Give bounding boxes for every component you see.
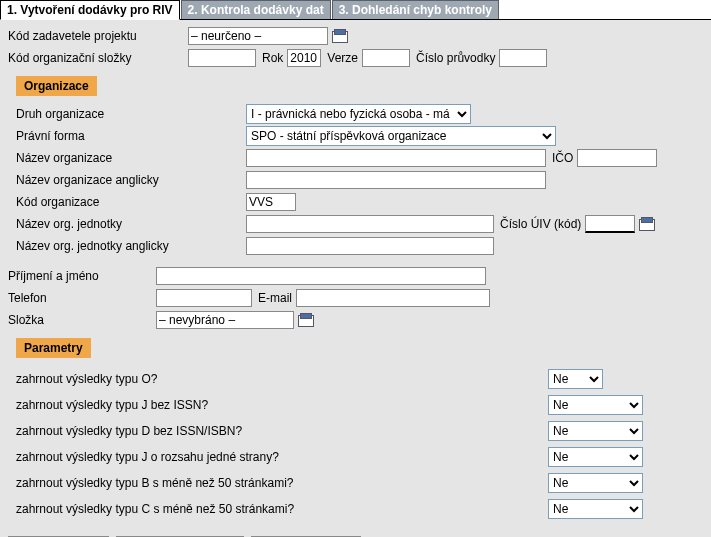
param-j-1page-select[interactable]: Ne	[548, 447, 643, 467]
rok-label: Rok	[262, 51, 283, 65]
nazev-organizace-en-label: Název organizace anglicky	[16, 173, 246, 187]
param-o-select[interactable]: Ne	[548, 369, 603, 389]
cislo-pruvodky-label: Číslo průvodky	[416, 51, 495, 65]
param-d-issn-label: zahrnout výsledky typu D bez ISSN/ISBN?	[8, 424, 548, 438]
ico-input[interactable]	[577, 149, 657, 167]
slozka-label: Složka	[8, 313, 156, 327]
kod-zadavatele-label: Kód zadavetele projektu	[8, 29, 188, 43]
param-o-label: zahrnout výsledky typu O?	[8, 372, 548, 386]
nazev-jednotky-input[interactable]	[246, 215, 494, 233]
param-b-50-label: zahrnout výsledky typu B s méně než 50 s…	[8, 476, 548, 490]
nazev-organizace-input[interactable]	[246, 149, 546, 167]
nazev-organizace-en-input[interactable]	[246, 171, 546, 189]
tab-check-delivery[interactable]: 2. Kontrola dodávky dat	[181, 0, 331, 19]
tab-bar: 1. Vytvoření dodávky pro RIV 2. Kontrola…	[0, 0, 711, 20]
kod-zadavatele-input[interactable]	[188, 27, 328, 45]
verze-label: Verze	[327, 51, 358, 65]
ico-label: IČO	[552, 151, 573, 165]
cislo-pruvodky-input[interactable]	[499, 49, 547, 67]
nazev-jednotky-en-input[interactable]	[246, 237, 494, 255]
kod-organizace-input[interactable]	[246, 193, 296, 211]
button-bar: Uložit průvodku Uložit kopii průvodky Vy…	[0, 528, 711, 537]
kod-org-slozky-label: Kód organizační složky	[8, 51, 188, 65]
tab-create-delivery[interactable]: 1. Vytvoření dodávky pro RIV	[0, 0, 180, 20]
kod-org-slozky-input[interactable]	[188, 49, 256, 67]
prijmeni-label: Příjmení a jméno	[8, 269, 156, 283]
slozka-input[interactable]	[156, 311, 294, 329]
picker-icon[interactable]	[639, 217, 653, 231]
verze-input[interactable]	[362, 49, 410, 67]
param-j-issn-label: zahrnout výsledky typu J bez ISSN?	[8, 398, 548, 412]
nazev-jednotky-label: Název org. jednotky	[16, 217, 246, 231]
cislo-uiv-label: Číslo ÚIV (kód)	[500, 217, 581, 231]
pravni-forma-select[interactable]: SPO - státní příspěvková organizace	[246, 126, 556, 146]
prijmeni-input[interactable]	[156, 267, 486, 285]
form-area: Kód zadavetele projektu Kód organizační …	[0, 20, 711, 528]
druh-organizace-label: Druh organizace	[16, 107, 246, 121]
nazev-jednotky-en-label: Název org. jednotky anglicky	[16, 239, 246, 253]
email-label: E-mail	[258, 291, 292, 305]
param-c-50-label: zahrnout výsledky typu C s méně než 50 s…	[8, 502, 548, 516]
section-parametry: Parametry	[16, 338, 91, 358]
telefon-input[interactable]	[156, 289, 252, 307]
section-organizace: Organizace	[16, 76, 97, 96]
param-d-issn-select[interactable]: Ne	[548, 421, 643, 441]
param-c-50-select[interactable]: Ne	[548, 499, 643, 519]
nazev-organizace-label: Název organizace	[16, 151, 246, 165]
kod-organizace-label: Kód organizace	[16, 195, 246, 209]
rok-input[interactable]	[287, 49, 321, 67]
picker-icon[interactable]	[298, 313, 312, 327]
druh-organizace-select[interactable]: I - právnická nebo fyzická osoba - má IČ…	[246, 104, 471, 124]
param-j-1page-label: zahrnout výsledky typu J o rozsahu jedné…	[8, 450, 548, 464]
picker-icon[interactable]	[332, 29, 346, 43]
param-b-50-select[interactable]: Ne	[548, 473, 643, 493]
email-input[interactable]	[296, 289, 490, 307]
param-j-issn-select[interactable]: Ne	[548, 395, 643, 415]
pravni-forma-label: Právní forma	[16, 129, 246, 143]
telefon-label: Telefon	[8, 291, 156, 305]
cislo-uiv-input[interactable]	[585, 215, 635, 233]
tab-find-errors[interactable]: 3. Dohledání chyb kontroly	[332, 0, 499, 19]
